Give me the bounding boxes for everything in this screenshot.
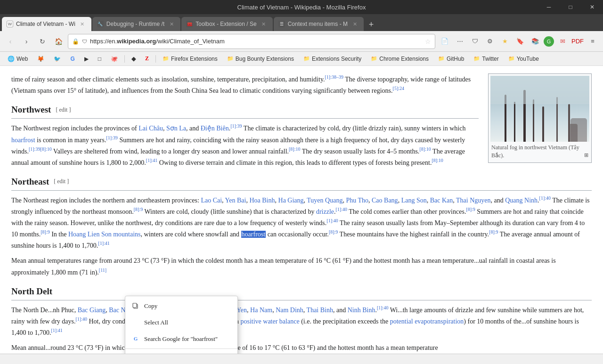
link-drizzle[interactable]: drizzle [316,208,334,215]
url-display: https://en.wikipedia.org/wiki/Climate_of… [90,38,422,45]
tab-climate-vietnam[interactable]: W Climate of Vietnam - Wi ✕ [2,17,91,31]
folder-icon-5: 📁 [438,56,445,62]
link-potential-evapotranspiration[interactable]: potential evapotranspiration [390,318,464,325]
bookmark-twitter-folder[interactable]: 📁 Twitter [470,55,502,63]
link-phu-tho[interactable]: Phu Tho [346,197,368,204]
context-view-source[interactable]: View Selection Source [125,350,237,354]
minimize-button[interactable]: ─ [538,0,560,14]
extension-button[interactable]: ⚙ [483,35,497,48]
link-hoarfrost-nw[interactable]: hoarfrost [11,136,35,143]
link-ha-nam[interactable]: Ha Nam [250,307,272,314]
tab-bar: W Climate of Vietnam - Wi ✕ 🔧 Debugging … [0,14,603,31]
link-cao-bang[interactable]: Cao Bang [372,197,398,204]
link-thai-nguyen[interactable]: Thai Nguyen [456,197,490,204]
edit-link-northeast[interactable]: [ edit ] [54,177,69,186]
bookmark-dark[interactable]: ◆ [128,55,139,63]
tab-close-3[interactable]: ✕ [260,20,268,28]
gmail-button[interactable]: ✉ [556,35,569,48]
tab-close-1[interactable]: ✕ [78,20,87,28]
tab-toolbox[interactable]: 🧰 Toolbox - Extension / Se ✕ [181,17,272,31]
link-lang-son[interactable]: Lang Son [401,197,427,204]
context-separator-1 [125,348,237,349]
tab-close-2[interactable]: ✕ [167,20,176,28]
bookmark-github-icon: 🐙 [111,56,118,62]
refresh-button[interactable]: ↻ [36,35,49,48]
more-button[interactable]: ⋯ [453,35,466,48]
star-button[interactable]: ★ [498,35,512,48]
context-copy[interactable]: Copy [125,298,237,315]
link-hoang-lien-son[interactable]: Hoang Lien Son mountains [68,231,141,238]
northeast-para-1: The Northeast region includes the northe… [11,194,592,251]
tab-favicon-3: 🧰 [186,21,193,27]
link-yen-bai[interactable]: Yen Bai [225,197,246,204]
bookmark-firefox-ext[interactable]: 📁 Firefox Extensions [159,55,221,63]
maximize-button[interactable]: □ [560,0,581,14]
fog-image [490,76,589,142]
profile-button[interactable]: G [544,36,554,47]
bookmark-chrome-ext[interactable]: 📁 Chrome Extensions [367,55,432,63]
close-button[interactable]: ✕ [581,0,603,14]
bookmark-ext-security[interactable]: 📁 Extensions Security [300,55,365,63]
nav-icon-group: 📄 ⋯ 🛡 ⚙ ★ 🔖 📚 G ✉ PDF ≡ [438,35,599,48]
link-bac-giang[interactable]: Bac Giang [78,307,106,314]
bookmark-google[interactable]: G [66,55,78,63]
bookmarks-bar: 🌐 Web 🦊 🐦 G ▶ □ 🐙 ◆ Z 📁 Firefox Extensio… [0,52,603,66]
link-tuyen-quang[interactable]: Tuyen Quang [307,197,342,204]
folder-icon-4: 📁 [371,56,377,62]
link-hoa-binh[interactable]: Hoa Binh [249,197,275,204]
tab-debugging[interactable]: 🔧 Debugging - Runtime /t ✕ [92,17,180,31]
tab-close-4[interactable]: ✕ [350,20,359,28]
bookmark-twitter-bird[interactable]: 🐦 [50,55,65,63]
bookmark-bug-bounty[interactable]: 📁 Bug Bounty Extensions [223,55,298,63]
svg-rect-1 [133,303,137,307]
home-button[interactable]: 🏠 [52,35,65,48]
link-quang-ninh[interactable]: Quang Ninh [505,197,538,204]
context-search-google[interactable]: G Search Google for "hoarfrost" [125,331,237,348]
pdf-button[interactable]: PDF [571,35,584,48]
bookmark-ext-security-label: Extensions Security [312,56,361,62]
link-hoarfrost-ne[interactable]: hoarfrost [241,231,266,238]
shield-button[interactable]: 🛡 [468,35,481,48]
bookmark-z-icon: Z [145,55,149,62]
library-button[interactable]: 📚 [529,35,542,48]
tab-context-menu[interactable]: ☰ Context menu items - M ✕ [274,17,364,31]
bookmark-youtube[interactable]: ▶ [81,55,92,63]
new-tab-button[interactable]: + [365,18,378,31]
bookmark-twitter-label: Twitter [482,56,498,62]
folder-icon-1: 📁 [163,56,169,62]
tab-title-2: Debugging - Runtime /t [106,21,164,27]
expand-icon[interactable]: ⊞ [584,152,588,159]
link-nam-dinh[interactable]: Nam Dinh [276,307,303,314]
back-button[interactable]: ‹ [4,35,17,48]
bookmark-box[interactable]: □ [94,55,105,63]
context-search-google-label: Search Google for "hoarfrost" [144,334,218,344]
link-bac-kan[interactable]: Bac Kan [430,197,453,204]
context-select-all[interactable]: Select All [125,315,237,331]
link-son-la[interactable]: Sơn La [166,125,186,132]
bookmark-firefox[interactable]: 🦊 [33,55,48,63]
reader-mode-button[interactable]: 📄 [438,35,451,48]
menu-button[interactable]: ≡ [586,35,599,48]
link-thai-binh[interactable]: Thai Binh [307,307,333,314]
link-dien-bien[interactable]: Điện Biên [201,125,229,132]
bookmark-youtube-folder[interactable]: 📁 YouTube [505,55,543,63]
forward-button[interactable]: › [20,35,33,48]
bookmark-github[interactable]: 🐙 [107,55,122,63]
bookmark-github-folder[interactable]: 📁 GitHub [434,55,468,63]
folder-icon-7: 📁 [508,56,515,62]
bookmark-google-icon: G [70,56,74,62]
bookmark-z[interactable]: Z [141,54,153,63]
link-positive-water-balance[interactable]: positive water balance [240,318,299,325]
bookmark-dark-icon: ◆ [131,56,136,62]
edit-link-northwest[interactable]: [ edit ] [56,105,71,114]
link-lao-cai[interactable]: Lao Cai [201,197,222,204]
bookmark-youtube-label: YouTube [517,56,539,62]
link-lai-chau[interactable]: Lai Châu [139,125,163,132]
bookmark-web[interactable]: 🌐 Web [4,55,32,63]
synced-tabs-button[interactable]: 🔖 [513,35,527,48]
link-ninh-binh[interactable]: Ninh Binh [348,307,375,314]
address-bar[interactable]: 🔒 🛡 https://en.wikipedia.org/wiki/Climat… [68,34,435,49]
window-title: Climate of Vietnam - Wikipedia - Mozilla… [237,4,366,11]
link-ha-giang[interactable]: Ha Giang [278,197,304,204]
bookmark-star-icon[interactable]: ☆ [425,38,431,45]
